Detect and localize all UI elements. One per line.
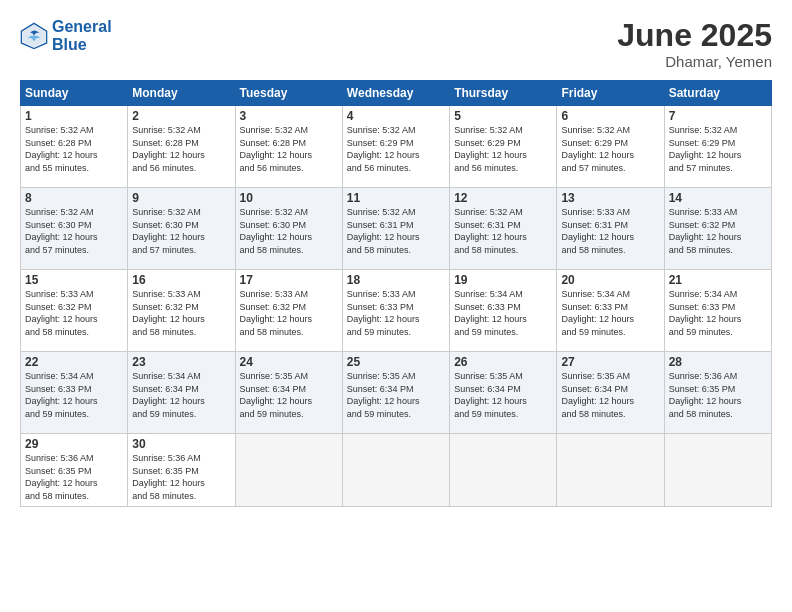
- calendar-cell: [664, 434, 771, 506]
- header-row: Sunday Monday Tuesday Wednesday Thursday…: [21, 81, 772, 106]
- day-info: Sunrise: 5:35 AM Sunset: 6:34 PM Dayligh…: [561, 370, 659, 420]
- day-number: 11: [347, 191, 445, 205]
- calendar-cell: 8Sunrise: 5:32 AM Sunset: 6:30 PM Daylig…: [21, 188, 128, 270]
- calendar-cell: [557, 434, 664, 506]
- calendar-cell: 17Sunrise: 5:33 AM Sunset: 6:32 PM Dayli…: [235, 270, 342, 352]
- calendar-cell: 5Sunrise: 5:32 AM Sunset: 6:29 PM Daylig…: [450, 106, 557, 188]
- day-number: 18: [347, 273, 445, 287]
- calendar-cell: [342, 434, 449, 506]
- day-info: Sunrise: 5:32 AM Sunset: 6:29 PM Dayligh…: [347, 124, 445, 174]
- col-wednesday: Wednesday: [342, 81, 449, 106]
- day-number: 3: [240, 109, 338, 123]
- day-number: 29: [25, 437, 123, 451]
- day-number: 4: [347, 109, 445, 123]
- day-number: 16: [132, 273, 230, 287]
- day-number: 28: [669, 355, 767, 369]
- day-info: Sunrise: 5:32 AM Sunset: 6:28 PM Dayligh…: [132, 124, 230, 174]
- day-info: Sunrise: 5:33 AM Sunset: 6:32 PM Dayligh…: [25, 288, 123, 338]
- day-info: Sunrise: 5:32 AM Sunset: 6:30 PM Dayligh…: [132, 206, 230, 256]
- day-number: 27: [561, 355, 659, 369]
- day-number: 23: [132, 355, 230, 369]
- day-info: Sunrise: 5:32 AM Sunset: 6:29 PM Dayligh…: [561, 124, 659, 174]
- day-number: 26: [454, 355, 552, 369]
- col-tuesday: Tuesday: [235, 81, 342, 106]
- day-number: 25: [347, 355, 445, 369]
- month-title: June 2025: [617, 18, 772, 53]
- calendar-cell: [450, 434, 557, 506]
- calendar-cell: 22Sunrise: 5:34 AM Sunset: 6:33 PM Dayli…: [21, 352, 128, 434]
- day-info: Sunrise: 5:32 AM Sunset: 6:31 PM Dayligh…: [454, 206, 552, 256]
- calendar-cell: 18Sunrise: 5:33 AM Sunset: 6:33 PM Dayli…: [342, 270, 449, 352]
- calendar-cell: 28Sunrise: 5:36 AM Sunset: 6:35 PM Dayli…: [664, 352, 771, 434]
- calendar-cell: 6Sunrise: 5:32 AM Sunset: 6:29 PM Daylig…: [557, 106, 664, 188]
- day-number: 22: [25, 355, 123, 369]
- day-info: Sunrise: 5:32 AM Sunset: 6:28 PM Dayligh…: [240, 124, 338, 174]
- day-number: 7: [669, 109, 767, 123]
- calendar-week-3: 22Sunrise: 5:34 AM Sunset: 6:33 PM Dayli…: [21, 352, 772, 434]
- day-number: 17: [240, 273, 338, 287]
- title-block: June 2025 Dhamar, Yemen: [617, 18, 772, 70]
- day-info: Sunrise: 5:32 AM Sunset: 6:30 PM Dayligh…: [240, 206, 338, 256]
- calendar-cell: 30Sunrise: 5:36 AM Sunset: 6:35 PM Dayli…: [128, 434, 235, 506]
- day-info: Sunrise: 5:32 AM Sunset: 6:31 PM Dayligh…: [347, 206, 445, 256]
- day-number: 24: [240, 355, 338, 369]
- day-number: 12: [454, 191, 552, 205]
- day-number: 21: [669, 273, 767, 287]
- day-info: Sunrise: 5:33 AM Sunset: 6:32 PM Dayligh…: [132, 288, 230, 338]
- day-info: Sunrise: 5:32 AM Sunset: 6:29 PM Dayligh…: [454, 124, 552, 174]
- day-info: Sunrise: 5:32 AM Sunset: 6:28 PM Dayligh…: [25, 124, 123, 174]
- day-info: Sunrise: 5:33 AM Sunset: 6:32 PM Dayligh…: [669, 206, 767, 256]
- calendar-cell: 13Sunrise: 5:33 AM Sunset: 6:31 PM Dayli…: [557, 188, 664, 270]
- day-info: Sunrise: 5:34 AM Sunset: 6:33 PM Dayligh…: [561, 288, 659, 338]
- logo-line2: Blue: [52, 36, 87, 53]
- calendar-body: 1Sunrise: 5:32 AM Sunset: 6:28 PM Daylig…: [21, 106, 772, 506]
- logo-line1: General: [52, 18, 112, 35]
- day-info: Sunrise: 5:35 AM Sunset: 6:34 PM Dayligh…: [347, 370, 445, 420]
- calendar-cell: 11Sunrise: 5:32 AM Sunset: 6:31 PM Dayli…: [342, 188, 449, 270]
- day-number: 15: [25, 273, 123, 287]
- calendar-table: Sunday Monday Tuesday Wednesday Thursday…: [20, 80, 772, 506]
- day-info: Sunrise: 5:36 AM Sunset: 6:35 PM Dayligh…: [25, 452, 123, 502]
- calendar-week-1: 8Sunrise: 5:32 AM Sunset: 6:30 PM Daylig…: [21, 188, 772, 270]
- calendar-cell: 19Sunrise: 5:34 AM Sunset: 6:33 PM Dayli…: [450, 270, 557, 352]
- day-number: 20: [561, 273, 659, 287]
- page: General Blue June 2025 Dhamar, Yemen Sun…: [0, 0, 792, 612]
- day-info: Sunrise: 5:34 AM Sunset: 6:34 PM Dayligh…: [132, 370, 230, 420]
- day-number: 19: [454, 273, 552, 287]
- day-info: Sunrise: 5:35 AM Sunset: 6:34 PM Dayligh…: [240, 370, 338, 420]
- header: General Blue June 2025 Dhamar, Yemen: [20, 18, 772, 70]
- calendar-cell: 4Sunrise: 5:32 AM Sunset: 6:29 PM Daylig…: [342, 106, 449, 188]
- day-info: Sunrise: 5:32 AM Sunset: 6:29 PM Dayligh…: [669, 124, 767, 174]
- day-info: Sunrise: 5:36 AM Sunset: 6:35 PM Dayligh…: [132, 452, 230, 502]
- day-number: 9: [132, 191, 230, 205]
- day-info: Sunrise: 5:33 AM Sunset: 6:32 PM Dayligh…: [240, 288, 338, 338]
- day-number: 2: [132, 109, 230, 123]
- calendar-cell: 24Sunrise: 5:35 AM Sunset: 6:34 PM Dayli…: [235, 352, 342, 434]
- day-info: Sunrise: 5:36 AM Sunset: 6:35 PM Dayligh…: [669, 370, 767, 420]
- calendar-cell: 20Sunrise: 5:34 AM Sunset: 6:33 PM Dayli…: [557, 270, 664, 352]
- col-sunday: Sunday: [21, 81, 128, 106]
- logo-text: General Blue: [52, 18, 112, 53]
- calendar-cell: 21Sunrise: 5:34 AM Sunset: 6:33 PM Dayli…: [664, 270, 771, 352]
- logo-icon: [20, 22, 48, 50]
- calendar-cell: 15Sunrise: 5:33 AM Sunset: 6:32 PM Dayli…: [21, 270, 128, 352]
- calendar-cell: 10Sunrise: 5:32 AM Sunset: 6:30 PM Dayli…: [235, 188, 342, 270]
- day-number: 30: [132, 437, 230, 451]
- calendar-cell: [235, 434, 342, 506]
- calendar-week-0: 1Sunrise: 5:32 AM Sunset: 6:28 PM Daylig…: [21, 106, 772, 188]
- col-thursday: Thursday: [450, 81, 557, 106]
- day-number: 8: [25, 191, 123, 205]
- calendar-cell: 2Sunrise: 5:32 AM Sunset: 6:28 PM Daylig…: [128, 106, 235, 188]
- day-number: 13: [561, 191, 659, 205]
- day-info: Sunrise: 5:33 AM Sunset: 6:31 PM Dayligh…: [561, 206, 659, 256]
- day-info: Sunrise: 5:35 AM Sunset: 6:34 PM Dayligh…: [454, 370, 552, 420]
- day-number: 14: [669, 191, 767, 205]
- day-number: 6: [561, 109, 659, 123]
- calendar-cell: 16Sunrise: 5:33 AM Sunset: 6:32 PM Dayli…: [128, 270, 235, 352]
- day-number: 10: [240, 191, 338, 205]
- calendar-cell: 25Sunrise: 5:35 AM Sunset: 6:34 PM Dayli…: [342, 352, 449, 434]
- calendar-cell: 14Sunrise: 5:33 AM Sunset: 6:32 PM Dayli…: [664, 188, 771, 270]
- day-info: Sunrise: 5:32 AM Sunset: 6:30 PM Dayligh…: [25, 206, 123, 256]
- day-info: Sunrise: 5:34 AM Sunset: 6:33 PM Dayligh…: [454, 288, 552, 338]
- col-friday: Friday: [557, 81, 664, 106]
